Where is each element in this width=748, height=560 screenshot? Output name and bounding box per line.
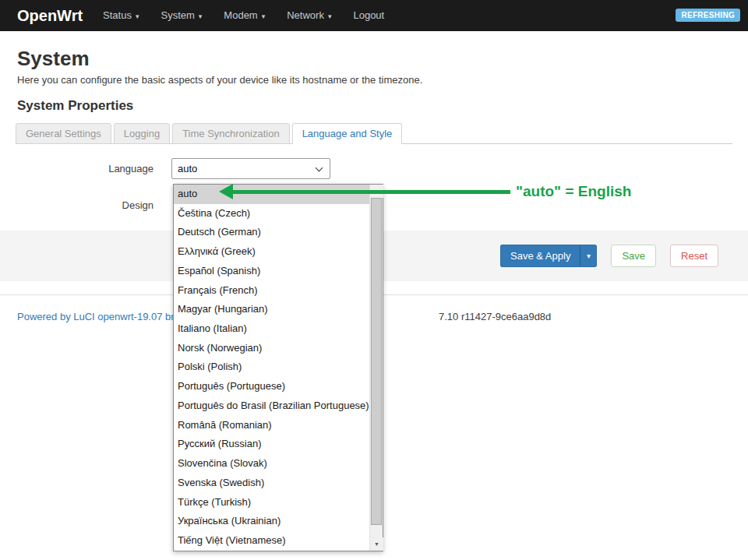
nav-item-label: Status [103,9,132,21]
nav-item-logout[interactable]: Logout [342,0,395,31]
dropdown-option[interactable]: Slovenčina (Slovak) [174,454,369,474]
tab-time-synchronization[interactable]: Time Synchronization [172,123,290,144]
scroll-down-icon[interactable]: ▼ [370,537,383,551]
dropdown-option[interactable]: Português (Portuguese) [174,377,369,396]
annotation-text: "auto" = English [516,183,631,200]
chevron-down-icon: ▾ [199,12,203,20]
dropdown-option[interactable]: Română (Romanian) [174,416,369,435]
tab-language-and-style[interactable]: Language and Style [292,123,403,144]
top-navbar: OpenWrt Status▾ System▾ Modem▾ Network▾ … [0,0,748,31]
page-title: System [17,47,90,71]
tab-bar: General Settings Logging Time Synchroniz… [16,122,732,144]
chevron-down-icon [316,164,323,172]
dropdown-option[interactable]: Magyar (Hungarian) [174,300,369,319]
chevron-down-icon: ▾ [262,12,266,20]
dropdown-option[interactable]: Русский (Russian) [174,435,369,454]
dropdown-option[interactable]: Polski (Polish) [174,357,369,377]
dropdown-option[interactable]: Svenska (Swedish) [174,474,369,493]
dropdown-option[interactable]: Čeština (Czech) [174,204,369,224]
scrollbar-thumb[interactable] [371,198,382,525]
dropdown-option[interactable]: Italiano (Italian) [174,319,369,339]
design-label: Design [0,195,153,216]
tab-general-settings[interactable]: General Settings [16,123,111,144]
page-actions: Save & Apply ▾ Save Reset [500,245,718,267]
section-title: System Properties [17,98,133,114]
chevron-down-icon: ▾ [328,12,332,20]
nav-item-label: Modem [224,9,257,21]
nav-item-network[interactable]: Network▾ [276,0,342,31]
nav-item-modem[interactable]: Modem▾ [213,0,276,31]
openwrt-system-page: OpenWrt Status▾ System▾ Modem▾ Network▾ … [0,0,748,560]
nav-menu: Status▾ System▾ Modem▾ Network▾ Logout [92,0,395,31]
annotation-arrow-icon [219,184,233,199]
page-subtitle: Here you can configure the basic aspects… [17,74,422,86]
save-apply-button[interactable]: Save & Apply [500,245,580,267]
luci-footer-link[interactable]: Powered by LuCI openwrt-19.07 bra [17,311,180,322]
dropdown-option[interactable]: Українська (Ukrainian) [174,512,369,531]
footer-version-text: 7.10 r11427-9ce6aa9d8d [439,311,551,322]
dropdown-options: auto Čeština (Czech) Deutsch (German) Ελ… [174,185,369,551]
dropdown-scrollbar[interactable]: ▲ ▼ [369,185,383,551]
nav-item-label: System [161,9,194,21]
chevron-down-icon: ▾ [136,12,139,20]
chevron-down-icon: ▾ [587,252,591,260]
dropdown-option[interactable]: Ελληνικά (Greek) [174,242,369,262]
language-select-value: auto [178,163,197,174]
annotation-arrow-shaft [233,190,510,194]
save-apply-split-button: Save & Apply ▾ [500,245,597,267]
language-select[interactable]: auto [171,158,330,179]
nav-item-label: Network [287,9,324,21]
nav-item-status[interactable]: Status▾ [92,0,150,31]
save-apply-caret-button[interactable]: ▾ [580,245,597,267]
reset-button[interactable]: Reset [670,245,718,267]
tab-logging[interactable]: Logging [114,123,170,144]
dropdown-option[interactable]: Português do Brasil (Brazilian Portugues… [174,396,369,416]
language-dropdown-list: auto Čeština (Czech) Deutsch (German) Ελ… [173,184,383,551]
dropdown-option[interactable]: Tiếng Việt (Vietnamese) [174,531,369,551]
save-button[interactable]: Save [611,245,656,267]
dropdown-option[interactable]: Türkçe (Turkish) [174,493,369,512]
dropdown-option[interactable]: Norsk (Norwegian) [174,339,369,358]
dropdown-option-auto[interactable]: auto [174,185,369,204]
dropdown-option[interactable]: Français (French) [174,281,369,301]
nav-item-system[interactable]: System▾ [150,0,213,31]
refreshing-badge: REFRESHING [676,9,740,22]
language-label: Language [0,158,153,179]
dropdown-option[interactable]: Español (Spanish) [174,262,369,281]
nav-item-label: Logout [353,9,384,21]
dropdown-option[interactable]: Deutsch (German) [174,223,369,242]
brand-logo: OpenWrt [17,7,83,25]
